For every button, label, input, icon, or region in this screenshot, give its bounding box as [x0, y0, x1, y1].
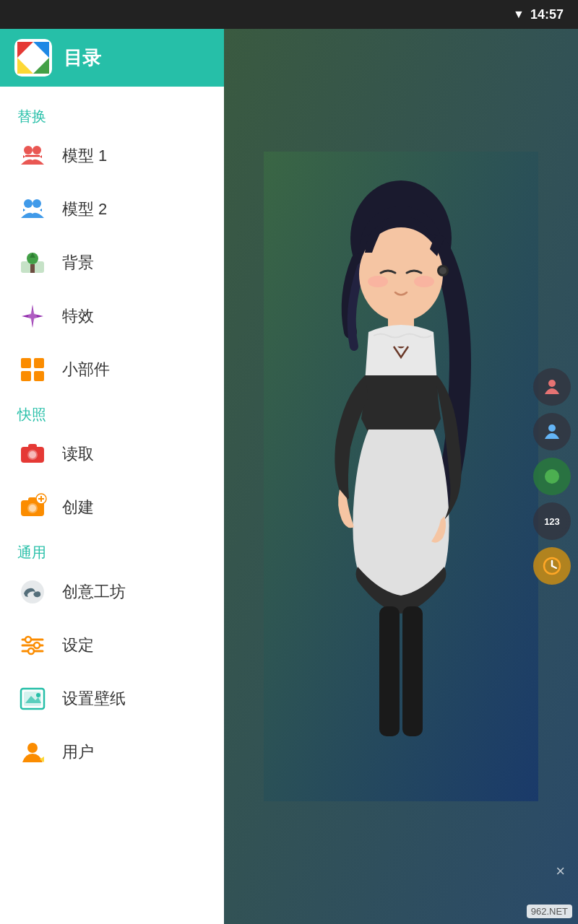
- create-label: 创建: [62, 497, 94, 518]
- svg-point-6: [33, 146, 41, 154]
- svg-marker-19: [27, 305, 38, 328]
- wallpaper-icon: [17, 684, 48, 714]
- side-btn-number[interactable]: 123: [533, 502, 571, 540]
- effects-label: 特效: [62, 305, 94, 327]
- svg-marker-13: [40, 209, 42, 212]
- menu-item-create[interactable]: 创建: [0, 481, 224, 534]
- section-label-replace: 替换: [0, 101, 224, 129]
- sidebar: 目录 替换 模型 1: [0, 29, 224, 924]
- watermark-text: 962.NET: [531, 906, 568, 917]
- wifi-icon: ▼: [513, 8, 525, 21]
- workshop-icon: [17, 577, 48, 607]
- background-label: 背景: [62, 252, 94, 274]
- sidebar-header: 目录: [0, 29, 224, 87]
- settings-icon: [17, 630, 48, 661]
- read-icon: [17, 439, 48, 469]
- menu-item-model1[interactable]: 模型 1: [0, 129, 224, 183]
- svg-rect-54: [402, 606, 423, 736]
- wallpaper-label: 设置壁纸: [62, 688, 126, 710]
- section-label-general: 通用: [0, 537, 224, 565]
- svg-point-40: [28, 648, 34, 654]
- svg-point-57: [548, 380, 556, 387]
- svg-point-26: [29, 451, 36, 458]
- settings-label: 设定: [62, 635, 94, 656]
- svg-point-52: [414, 276, 434, 287]
- background-icon: [17, 248, 48, 278]
- menu-item-read[interactable]: 读取: [0, 427, 224, 481]
- menu-item-workshop[interactable]: 创意工坊: [0, 565, 224, 619]
- character-svg: [264, 152, 538, 801]
- user-icon: [17, 737, 48, 767]
- menu-item-effects[interactable]: 特效: [0, 289, 224, 343]
- svg-marker-9: [40, 155, 42, 158]
- main-layout: 目录 替换 模型 1: [0, 29, 578, 924]
- svg-point-5: [24, 146, 33, 154]
- model1-label: 模型 1: [62, 145, 107, 167]
- svg-rect-22: [21, 371, 31, 381]
- model2-label: 模型 2: [62, 199, 107, 220]
- workshop-label: 创意工坊: [62, 581, 126, 603]
- menu-item-model2[interactable]: 模型 2: [0, 183, 224, 236]
- side-btn-clock[interactable]: [533, 547, 571, 585]
- section-label-snapshot: 快照: [0, 399, 224, 427]
- svg-rect-21: [34, 358, 44, 368]
- svg-point-11: [33, 199, 41, 208]
- menu-item-widgets[interactable]: 小部件: [0, 343, 224, 396]
- svg-point-51: [368, 276, 388, 287]
- side-buttons: 123: [533, 368, 571, 585]
- number-label: 123: [544, 516, 560, 527]
- svg-point-39: [34, 642, 40, 648]
- status-time: 14:57: [530, 7, 564, 22]
- watermark: 962.NET: [527, 905, 572, 918]
- svg-rect-23: [34, 371, 44, 381]
- read-label: 读取: [62, 443, 94, 465]
- app-logo: [14, 39, 52, 77]
- svg-point-59: [545, 469, 559, 484]
- side-btn-green[interactable]: [533, 458, 571, 495]
- model2-icon: [17, 194, 48, 225]
- svg-marker-8: [23, 155, 25, 158]
- svg-point-44: [36, 693, 40, 697]
- menu-item-user[interactable]: 用户: [0, 725, 224, 779]
- widgets-label: 小部件: [62, 359, 110, 380]
- menu-item-wallpaper[interactable]: 设置壁纸: [0, 672, 224, 725]
- side-btn-person1[interactable]: [533, 368, 571, 406]
- svg-point-58: [548, 424, 556, 432]
- svg-point-38: [25, 637, 31, 642]
- widgets-icon: [17, 354, 48, 385]
- status-bar: ▼ 14:57: [0, 0, 578, 29]
- svg-marker-12: [23, 209, 25, 212]
- right-area: 123 × 962.NET: [224, 29, 578, 924]
- svg-point-10: [24, 199, 33, 208]
- menu-item-background[interactable]: 背景: [0, 236, 224, 289]
- sidebar-title: 目录: [64, 45, 101, 71]
- svg-line-62: [552, 566, 556, 568]
- svg-rect-27: [28, 444, 37, 448]
- svg-point-30: [29, 505, 36, 512]
- model1-icon: [17, 141, 48, 171]
- svg-rect-20: [21, 358, 31, 368]
- svg-point-45: [27, 743, 38, 753]
- close-icon: ×: [556, 862, 565, 880]
- svg-rect-53: [379, 606, 400, 736]
- side-btn-person2[interactable]: [533, 413, 571, 450]
- user-label: 用户: [62, 741, 94, 763]
- svg-rect-17: [30, 264, 35, 273]
- close-button[interactable]: ×: [556, 862, 565, 881]
- svg-point-56: [439, 267, 447, 274]
- svg-rect-31: [28, 497, 37, 502]
- effects-icon: [17, 301, 48, 331]
- create-icon: [17, 492, 48, 523]
- character-area: [224, 29, 578, 924]
- menu-item-settings[interactable]: 设定: [0, 619, 224, 672]
- sidebar-content: 替换 模型 1: [0, 87, 224, 924]
